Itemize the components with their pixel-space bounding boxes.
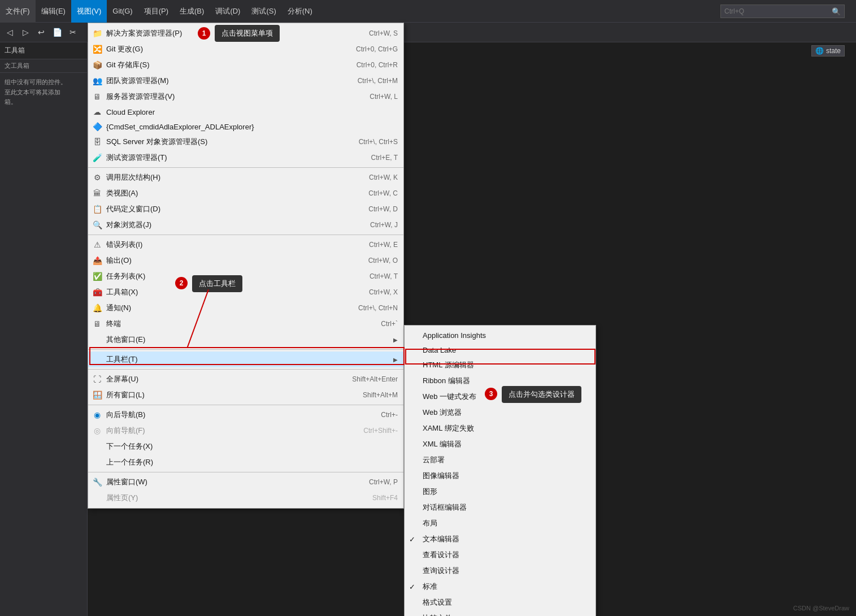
submenu-item-html-source[interactable]: HTML 源编辑器 bbox=[405, 357, 596, 373]
submenu-item-dialog-editor[interactable]: 对话框编辑器 bbox=[405, 500, 596, 515]
menu-item-shortcut: Shift+Alt+Enter bbox=[352, 375, 398, 383]
submenu-item-compare-files[interactable]: 比较文件 bbox=[405, 610, 596, 616]
menu-item-task-list[interactable]: ✅ 任务列表(K) Ctrl+W, T bbox=[88, 268, 403, 284]
menu-item-error-list[interactable]: ⚠ 错误列表(I) Ctrl+W, E bbox=[88, 237, 403, 253]
menu-item-adla-explorer[interactable]: 🔷 {CmdSet_cmdidAdlaExplorer_ADLAExplorer… bbox=[88, 119, 403, 134]
menu-item-nav-forward[interactable]: ◎ 向前导航(F) Ctrl+Shift+- bbox=[88, 423, 403, 439]
submenu-item-format-settings[interactable]: 格式设置 bbox=[405, 595, 596, 610]
menu-item-other-windows[interactable]: 其他窗口(E) ▶ bbox=[88, 332, 403, 348]
menu-item-label: 向前导航(F) bbox=[106, 426, 352, 436]
search-icon: 🔍 bbox=[832, 7, 841, 16]
submenu-item-standard[interactable]: 标准 bbox=[405, 579, 596, 595]
menu-item-properties-page[interactable]: 属性页(Y) Shift+F4 bbox=[88, 490, 403, 506]
toolbar-btn-4[interactable]: 📄 bbox=[50, 25, 64, 39]
submenu-item-xaml-binding[interactable]: XAML 绑定失败 bbox=[405, 420, 596, 436]
menu-item-label: 服务器资源管理器(V) bbox=[106, 92, 358, 102]
toolbar-forward-btn[interactable]: ▷ bbox=[19, 25, 32, 39]
menu-project[interactable]: 项目(P) bbox=[138, 0, 174, 23]
quick-search-box[interactable]: 🔍 bbox=[720, 5, 845, 18]
menu-item-sql-explorer[interactable]: 🗄 SQL Server 对象资源管理器(S) Ctrl+\, Ctrl+S bbox=[88, 134, 403, 150]
quick-search-input[interactable] bbox=[724, 7, 832, 15]
menu-item-shortcut: Ctrl+W, E bbox=[369, 241, 398, 249]
menu-item-server-explorer[interactable]: 🖥 服务器资源管理器(V) Ctrl+W, L bbox=[88, 89, 403, 105]
submenu-item-xml-editor[interactable]: XML 编辑器 bbox=[405, 436, 596, 452]
menu-divider-1 bbox=[88, 167, 403, 168]
menu-divider-4 bbox=[88, 369, 403, 370]
menu-item-next-task[interactable]: 下一个任务(X) bbox=[88, 439, 403, 454]
menu-item-test-explorer[interactable]: 🧪 测试资源管理器(T) Ctrl+E, T bbox=[88, 150, 403, 166]
menu-item-label: 属性窗口(W) bbox=[106, 477, 358, 487]
state-icon: 🌐 bbox=[815, 47, 824, 55]
nexttask-icon bbox=[92, 441, 103, 452]
submenu-item-label: XML 编辑器 bbox=[423, 439, 590, 449]
toolbar-btn-3[interactable]: ↩ bbox=[34, 25, 48, 39]
submenu-item-text-editor[interactable]: 文本编辑器 bbox=[405, 531, 596, 547]
menu-item-git-repo[interactable]: 📦 Git 存储库(S) Ctrl+0, Ctrl+R bbox=[88, 57, 403, 73]
menu-item-properties-window[interactable]: 🔧 属性窗口(W) Ctrl+W, P bbox=[88, 474, 403, 490]
submenu-item-label: 比较文件 bbox=[423, 613, 590, 616]
errorlist-icon: ⚠ bbox=[92, 239, 103, 250]
menu-item-label: 属性页(Y) bbox=[106, 493, 361, 503]
menu-view[interactable]: 视图(V) bbox=[71, 0, 107, 23]
menu-item-shortcut: Ctrl+W, D bbox=[368, 205, 398, 213]
tasklist-icon: ✅ bbox=[92, 271, 103, 282]
fullscreen-icon: ⛶ bbox=[92, 374, 103, 385]
menu-analyze[interactable]: 分析(N) bbox=[282, 0, 318, 23]
menu-build[interactable]: 生成(B) bbox=[174, 0, 210, 23]
output-icon: 📤 bbox=[92, 255, 103, 266]
menu-item-prev-task[interactable]: 上一个任务(R) bbox=[88, 454, 403, 470]
submenu-item-graphics[interactable]: 图形 bbox=[405, 484, 596, 500]
menu-git[interactable]: Git(G) bbox=[107, 0, 138, 23]
toolbox-sub-header: 文工具箱 bbox=[0, 59, 87, 73]
menu-item-team-explorer[interactable]: 👥 团队资源管理器(M) Ctrl+\, Ctrl+M bbox=[88, 73, 403, 89]
menu-item-label: Cloud Explorer bbox=[106, 108, 386, 116]
toolbar-menu-icon bbox=[92, 354, 103, 365]
view-menu-dropdown[interactable]: 📁 解决方案资源管理器(P) Ctrl+W, S 🔀 Git 更改(G) Ctr… bbox=[88, 23, 404, 509]
submenu-item-cloud-deploy[interactable]: 云部署 bbox=[405, 452, 596, 468]
menu-debug[interactable]: 调试(D) bbox=[210, 0, 246, 23]
menu-test[interactable]: 测试(S) bbox=[246, 0, 281, 23]
menu-item-shortcut: Ctrl+- bbox=[381, 411, 398, 419]
menu-edit[interactable]: 编辑(E) bbox=[36, 0, 71, 23]
menu-item-label: Git 存储库(S) bbox=[106, 60, 345, 70]
menu-item-label: 工具栏(T) bbox=[106, 354, 391, 365]
menu-file[interactable]: 文件(F) bbox=[0, 0, 36, 23]
menu-item-object-browser[interactable]: 🔍 对象浏览器(J) Ctrl+W, J bbox=[88, 217, 403, 233]
menu-item-class-view[interactable]: 🏛 类视图(A) Ctrl+W, C bbox=[88, 185, 403, 201]
submenu-item-web-browser[interactable]: Web 浏览器 bbox=[405, 405, 596, 420]
menu-divider-6 bbox=[88, 472, 403, 472]
menu-item-shortcut: Ctrl+\, Ctrl+M bbox=[358, 77, 398, 85]
menu-item-solution-explorer[interactable]: 📁 解决方案资源管理器(P) Ctrl+W, S bbox=[88, 25, 403, 41]
submenu-item-layout[interactable]: 布局 bbox=[405, 515, 596, 531]
menu-item-cloud-explorer[interactable]: ☁ Cloud Explorer bbox=[88, 105, 403, 119]
menu-item-label: 调用层次结构(H) bbox=[106, 172, 358, 183]
submenu-item-data-lake[interactable]: Data Lake bbox=[405, 342, 596, 357]
menu-item-fullscreen[interactable]: ⛶ 全屏幕(U) Shift+Alt+Enter bbox=[88, 371, 403, 387]
menu-item-notify[interactable]: 🔔 通知(N) Ctrl+\, Ctrl+N bbox=[88, 300, 403, 316]
toolbar-submenu[interactable]: Application Insights Data Lake HTML 源编辑器… bbox=[404, 325, 596, 616]
menu-item-git-changes[interactable]: 🔀 Git 更改(G) Ctrl+0, Ctrl+G bbox=[88, 41, 403, 57]
menu-item-nav-back[interactable]: ◉ 向后导航(B) Ctrl+- bbox=[88, 407, 403, 423]
submenu-item-view-designer[interactable]: 查看设计器 bbox=[405, 547, 596, 563]
submenu-item-ribbon-editor[interactable]: Ribbon 编辑器 bbox=[405, 373, 596, 389]
menu-item-toolbar[interactable]: 工具栏(T) ▶ bbox=[88, 352, 403, 367]
toolbar-back-btn[interactable]: ◁ bbox=[3, 25, 16, 39]
submenu-item-image-editor[interactable]: 图像编辑器 bbox=[405, 468, 596, 484]
menu-item-label: 上一个任务(R) bbox=[106, 457, 398, 467]
menu-item-toolbox[interactable]: 🧰 工具箱(X) Ctrl+W, X bbox=[88, 284, 403, 300]
menu-item-shortcut: Ctrl+0, Ctrl+R bbox=[357, 61, 398, 69]
submenu-item-web-publish[interactable]: Web 一键式发布 bbox=[405, 389, 596, 405]
state-dropdown[interactable]: 🌐 state bbox=[811, 45, 845, 57]
menu-item-code-def[interactable]: 📋 代码定义窗口(D) Ctrl+W, D bbox=[88, 201, 403, 217]
submenu-item-query-designer[interactable]: 查询设计器 bbox=[405, 563, 596, 579]
toolbar-btn-5[interactable]: ✂ bbox=[66, 25, 80, 39]
menu-item-all-windows[interactable]: 🪟 所有窗口(L) Shift+Alt+M bbox=[88, 387, 403, 403]
submenu-item-app-insights[interactable]: Application Insights bbox=[405, 328, 596, 342]
navforward-icon: ◎ bbox=[92, 425, 103, 436]
menu-item-call-hierarchy[interactable]: ⚙ 调用层次结构(H) Ctrl+W, K bbox=[88, 170, 403, 185]
codedef-icon: 📋 bbox=[92, 203, 103, 215]
menu-item-output[interactable]: 📤 输出(O) Ctrl+W, O bbox=[88, 253, 403, 268]
submenu-item-label: Web 浏览器 bbox=[423, 407, 590, 418]
git-repo-icon: 📦 bbox=[92, 59, 103, 71]
menu-item-terminal[interactable]: 🖥 终端 Ctrl+` bbox=[88, 316, 403, 332]
